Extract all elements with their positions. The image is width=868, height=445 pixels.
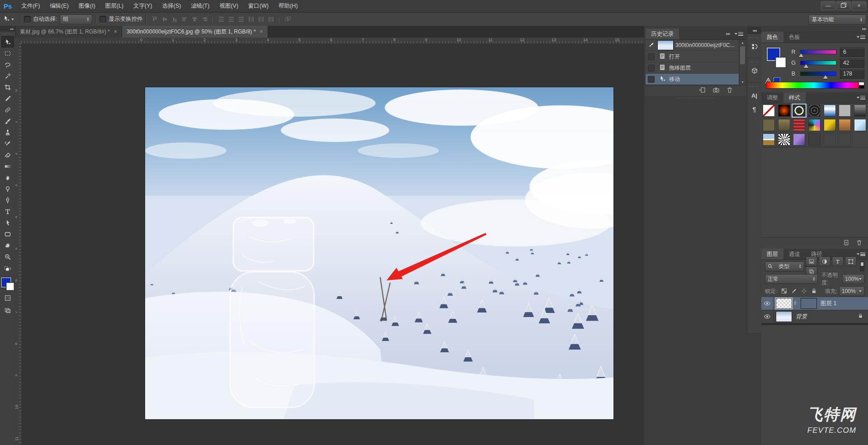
lasso-tool[interactable] [1, 59, 14, 70]
style-swatch-no-style[interactable] [761, 104, 777, 118]
menu-item-I[interactable]: 图像(I) [74, 3, 100, 9]
history-entry[interactable]: 拖移图层 [646, 62, 739, 74]
collapsed-panel-3d[interactable] [747, 58, 761, 83]
history-checkbox[interactable] [648, 65, 655, 71]
layer-mask-thumbnail[interactable] [801, 298, 817, 309]
style-swatch-olive-gradient[interactable] [777, 118, 792, 133]
lock-transparent-icon[interactable] [780, 287, 788, 294]
type-tool[interactable] [1, 206, 14, 217]
style-swatch-purple-bevel[interactable] [792, 133, 807, 147]
tab-history[interactable]: 历史记录 [646, 28, 679, 39]
distribute-vcenter-button[interactable] [226, 14, 236, 24]
pixel-filter-icon[interactable] [806, 256, 817, 266]
align-bottom-button[interactable] [170, 14, 179, 24]
tab-styles[interactable]: 样式 [783, 92, 806, 103]
minimize-button[interactable]: — [821, 1, 835, 10]
channel-value-G[interactable]: 42 [840, 58, 864, 68]
slider-track[interactable] [800, 50, 836, 54]
style-swatch-blue-bevel[interactable] [853, 118, 868, 133]
history-brush-source[interactable] [646, 63, 656, 72]
workspace-switcher[interactable]: 基本功能 ▲▼ [808, 14, 866, 25]
layer-row-图层 1[interactable]: 图层 1 [761, 297, 868, 310]
align-right-button[interactable] [199, 14, 209, 24]
style-swatch-empty-slot[interactable] [822, 133, 838, 147]
history-scrollbar[interactable]: ▲ ▼ [739, 40, 746, 85]
collapsed-panel-properties[interactable] [747, 34, 761, 58]
layer-visibility-toggle[interactable] [761, 297, 774, 310]
style-swatch-flat-gray[interactable] [838, 104, 853, 118]
expand-panels-icon[interactable]: ◀◀ [747, 28, 761, 34]
opacity-field[interactable]: 100% [842, 274, 864, 284]
align-hcenter-button[interactable] [189, 14, 199, 24]
style-swatch-empty-pressed[interactable] [807, 133, 822, 147]
style-swatch-empty-slot[interactable] [838, 133, 853, 147]
lock-pixels-icon[interactable] [790, 287, 798, 294]
history-entry[interactable]: 移动 [646, 74, 739, 85]
zoom-tool[interactable] [1, 251, 14, 262]
distribute-left-button[interactable] [246, 14, 256, 24]
style-swatch-noise[interactable] [777, 133, 792, 147]
properties-panel-icon[interactable] [749, 41, 760, 52]
tab-adjustments[interactable]: 调整 [761, 92, 783, 103]
eyedropper-tool[interactable] [1, 93, 14, 104]
channel-value-B[interactable]: 178 [840, 69, 864, 79]
history-checkbox[interactable] [648, 76, 655, 83]
filter-toggle[interactable] [860, 261, 864, 271]
path-selection-tool[interactable] [1, 217, 14, 228]
history-brush-source[interactable] [646, 75, 656, 84]
3d-panel-icon[interactable] [749, 65, 760, 77]
scroll-up-icon[interactable]: ▲ [739, 40, 746, 46]
layer-visibility-toggle[interactable] [761, 310, 774, 323]
collapse-tools-icon[interactable]: ▶▶ [0, 26, 15, 32]
menu-item-E[interactable]: 编辑(E) [45, 3, 74, 9]
history-entry[interactable]: 300t0n000000eijztF0C... [646, 40, 739, 51]
history-brush-tool[interactable] [1, 138, 14, 149]
layer-thumbnail[interactable] [776, 311, 792, 322]
new-style-icon[interactable] [843, 239, 849, 246]
panel-menu-icon[interactable] [854, 32, 868, 43]
document-tab-1[interactable]: 素材.jpg @ 66.7% (图层 1, RGB/8#) *× [15, 26, 122, 38]
panel-grip[interactable] [2, 33, 13, 35]
document-tab-2[interactable]: 300t0n000000eijztF0C6.jpg @ 50% (图层 1, R… [122, 26, 268, 38]
menu-item-H[interactable]: 帮助(H) [274, 3, 302, 9]
collapse-panel-icon[interactable]: ▶▶ [724, 32, 732, 36]
dodge-tool[interactable] [1, 183, 14, 194]
channel-slider[interactable] [800, 50, 836, 54]
black-swatch[interactable] [859, 85, 864, 88]
align-left-button[interactable] [179, 14, 189, 24]
menu-item-Y[interactable]: 文字(Y) [128, 3, 157, 9]
new-snapshot-icon[interactable] [712, 86, 720, 95]
menu-item-V[interactable]: 视图(V) [214, 3, 243, 9]
eraser-tool[interactable] [1, 149, 14, 161]
style-swatch-dark-gradient[interactable] [853, 104, 868, 118]
style-swatch-white-outline[interactable] [792, 104, 807, 118]
layer-thumbnail[interactable] [776, 298, 792, 309]
style-swatch-red-glow[interactable] [777, 104, 792, 118]
delete-state-icon[interactable] [726, 86, 733, 95]
layer-row-背景[interactable]: 背景 [761, 310, 868, 323]
style-swatch-olive-flat[interactable] [761, 118, 777, 133]
background-color-swatch[interactable] [6, 283, 14, 290]
style-swatch-orange-gradient[interactable] [838, 118, 853, 133]
magic-wand-tool[interactable] [1, 70, 14, 81]
layer-mask-link-icon[interactable] [793, 300, 797, 308]
history-brush-source[interactable] [646, 41, 656, 50]
type-filter-icon[interactable] [832, 256, 844, 266]
screen-mode-button[interactable] [3, 307, 13, 315]
hand-tool[interactable] [1, 240, 14, 251]
collapse-dock-icon[interactable]: ▶▶ [860, 27, 868, 31]
distribute-top-button[interactable] [216, 14, 226, 24]
scroll-down-icon[interactable]: ▼ [739, 79, 746, 85]
slider-thumb[interactable] [799, 53, 803, 57]
crop-tool[interactable] [1, 81, 14, 93]
channel-slider[interactable] [800, 61, 836, 65]
background-color-swatch[interactable] [776, 57, 786, 67]
distribute-bottom-button[interactable] [236, 14, 246, 24]
close-tab-icon[interactable]: × [260, 28, 263, 35]
lock-position-icon[interactable] [800, 287, 808, 294]
tab-layers[interactable]: 图层 [761, 249, 783, 260]
quick-mask-button[interactable] [3, 294, 13, 303]
style-swatch-landscape[interactable] [761, 133, 777, 147]
restore-button[interactable] [836, 1, 851, 10]
auto-select-dropdown[interactable]: 组 ▲▼ [60, 14, 92, 24]
